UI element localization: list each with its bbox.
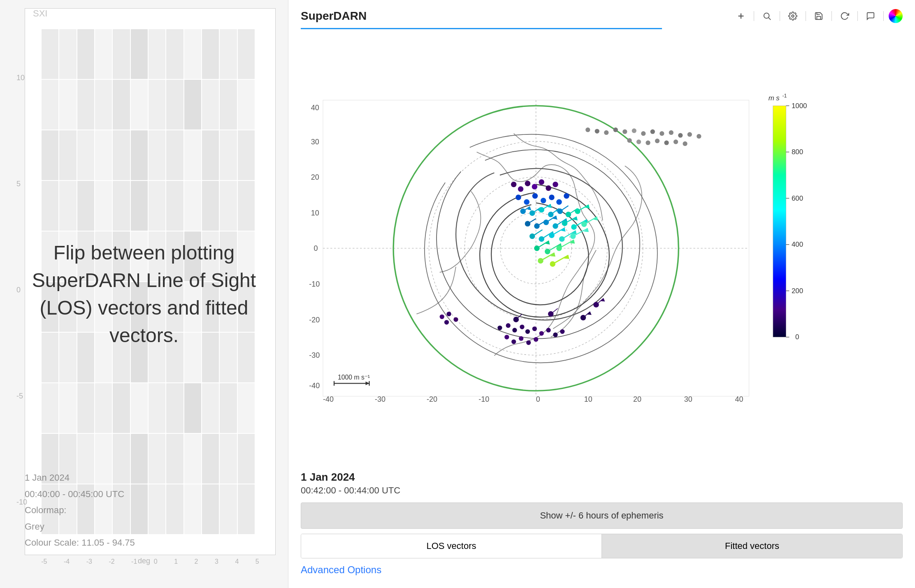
svg-point-140 [520, 324, 524, 329]
svg-point-95 [562, 220, 568, 226]
svg-point-61 [541, 198, 546, 204]
fitted-vectors-button[interactable]: Fitted vectors [602, 534, 902, 558]
svg-point-101 [581, 221, 587, 227]
svg-point-55 [539, 179, 544, 185]
svg-point-151 [534, 337, 538, 342]
svg-point-135 [444, 320, 449, 324]
svg-text:1000 m s⁻¹: 1000 m s⁻¹ [338, 374, 370, 381]
left-time-range: 00:40:00 - 00:45:00 UTC [25, 486, 135, 502]
svg-text:-10: -10 [478, 395, 489, 403]
svg-text:10: 10 [311, 209, 319, 217]
svg-point-144 [546, 328, 550, 332]
svg-text:40: 40 [311, 104, 319, 112]
svg-point-36 [632, 128, 636, 133]
svg-point-39 [660, 131, 664, 136]
svg-point-130 [550, 261, 555, 267]
svg-point-138 [506, 323, 511, 328]
vector-toggle-group: LOS vectors Fitted vectors [301, 534, 903, 558]
svg-point-45 [636, 139, 641, 144]
svg-text:30: 30 [684, 395, 692, 403]
svg-point-124 [556, 245, 562, 251]
svg-point-139 [512, 328, 517, 332]
svg-text:400: 400 [792, 241, 803, 248]
svg-text:0: 0 [795, 333, 799, 341]
svg-point-38 [650, 130, 655, 134]
svg-point-37 [641, 131, 646, 136]
svg-point-149 [519, 336, 523, 341]
svg-point-52 [518, 186, 524, 192]
svg-point-145 [553, 333, 557, 337]
svg-point-146 [560, 329, 564, 334]
toolbar-separator-1 [754, 11, 754, 21]
zoom-button[interactable] [759, 8, 775, 24]
svg-point-64 [564, 193, 569, 199]
svg-point-59 [524, 199, 529, 205]
svg-text:600: 600 [792, 194, 803, 202]
svg-point-147 [504, 335, 509, 339]
svg-point-134 [453, 317, 458, 322]
svg-point-79 [566, 212, 571, 218]
svg-text:-20: -20 [427, 395, 437, 403]
svg-point-127 [538, 258, 543, 264]
svg-line-3 [769, 18, 771, 20]
color-wheel-icon[interactable] [889, 9, 903, 23]
svg-text:-30: -30 [309, 351, 320, 359]
chart-container: 40 30 20 10 0 -10 -20 -30 -40 -40 -30 -2… [301, 34, 903, 464]
toolbar: SuperDARN [301, 8, 903, 24]
svg-point-62 [549, 194, 555, 200]
left-colormap-label: Colormap: [25, 502, 135, 519]
chart-inner: 40 30 20 10 0 -10 -20 -30 -40 -40 -30 -2… [301, 34, 903, 464]
svg-point-58 [516, 194, 521, 200]
svg-text:-20: -20 [309, 316, 320, 324]
svg-point-133 [446, 312, 451, 316]
svg-text:0: 0 [536, 395, 540, 403]
svg-point-43 [697, 134, 701, 139]
svg-point-54 [532, 184, 538, 190]
svg-text:-40: -40 [323, 395, 334, 403]
svg-point-46 [646, 141, 650, 145]
svg-point-53 [525, 181, 531, 186]
right-panel: SuperDARN [288, 0, 915, 588]
comment-button[interactable] [863, 8, 878, 24]
svg-point-51 [511, 182, 517, 188]
settings-button[interactable] [785, 8, 801, 24]
svg-text:-30: -30 [375, 395, 386, 403]
svg-point-56 [546, 185, 551, 191]
toolbar-separator-5 [857, 11, 858, 21]
svg-point-150 [526, 340, 531, 345]
bottom-controls: 1 Jan 2024 00:42:00 - 00:44:00 UTC Show … [301, 464, 903, 576]
left-panel: SXI 10 5 0 -5 -10 -5 -4 -3 -2 -1 0 1 2 3… [0, 0, 288, 588]
bottom-info: 1 Jan 2024 00:40:00 - 00:45:00 UTC Color… [25, 470, 135, 551]
advanced-options-link[interactable]: Advanced Options [301, 564, 381, 576]
svg-point-44 [627, 138, 632, 143]
svg-point-33 [604, 130, 608, 135]
ephemeris-button[interactable]: Show +/- 6 hours of ephemeris [301, 502, 903, 529]
refresh-button[interactable] [837, 8, 852, 24]
svg-point-121 [545, 249, 550, 255]
svg-point-104 [529, 234, 535, 239]
svg-text:800: 800 [792, 148, 803, 156]
svg-text:1000: 1000 [792, 102, 807, 110]
los-vectors-button[interactable]: LOS vectors [301, 534, 601, 558]
svg-text:200: 200 [792, 287, 803, 295]
superdarn-chart-svg: 40 30 20 10 0 -10 -20 -30 -40 -40 -30 -2… [301, 34, 903, 464]
svg-text:10: 10 [584, 395, 592, 403]
svg-point-98 [571, 224, 577, 230]
svg-point-32 [595, 129, 599, 133]
sxi-plot-title: SXI [33, 8, 47, 19]
toolbar-icons [733, 8, 903, 24]
svg-point-136 [440, 315, 444, 319]
add-button[interactable] [733, 8, 749, 24]
chart-time-range: 00:42:00 - 00:44:00 UTC [301, 485, 903, 496]
svg-point-137 [497, 326, 502, 330]
save-button[interactable] [811, 8, 827, 24]
svg-point-48 [664, 141, 669, 145]
svg-point-57 [553, 182, 558, 188]
title-underline [301, 28, 903, 29]
toolbar-separator-2 [780, 11, 780, 21]
svg-point-85 [525, 221, 531, 227]
svg-text:40: 40 [735, 395, 743, 403]
svg-text:-10: -10 [309, 280, 320, 288]
svg-point-112 [559, 236, 565, 242]
left-colour-scale: Colour Scale: 11.05 - 94.75 [25, 535, 135, 551]
